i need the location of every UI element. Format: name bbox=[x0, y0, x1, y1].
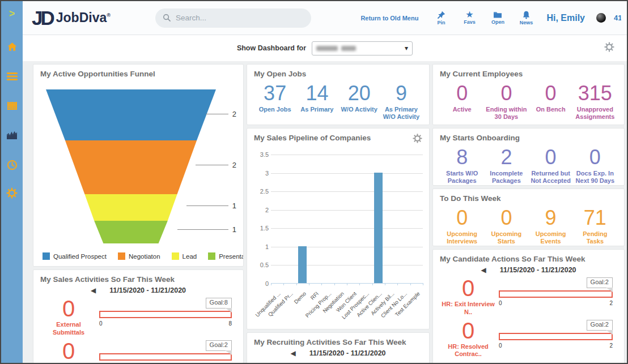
previous-week-icon[interactable]: ◀ bbox=[91, 287, 96, 294]
search-input[interactable]: Search... bbox=[155, 8, 311, 28]
panel-title: My Sales Pipeline of Companies bbox=[254, 134, 371, 142]
stat[interactable]: 37 Open Jobs bbox=[254, 83, 296, 121]
stat[interactable]: 8 Starts W/O Packages bbox=[440, 147, 484, 185]
news-label: News bbox=[520, 20, 533, 25]
registered-mark: ® bbox=[107, 12, 111, 18]
panel-starts-onboarding: My Starts Onboarding 8 Starts W/O Packag… bbox=[432, 128, 625, 186]
grid-icon[interactable] bbox=[6, 100, 18, 112]
stat-label: W/O Activity bbox=[340, 106, 379, 113]
x-axis-labels: Unqualified ...Qualified Pr...DemoRFIPri… bbox=[271, 288, 423, 322]
panel-title: My Current Employees bbox=[440, 70, 617, 78]
y-tick-label: 1 bbox=[255, 243, 269, 250]
avatar[interactable] bbox=[596, 13, 606, 23]
folder-icon bbox=[493, 11, 502, 19]
stat[interactable]: 315 Unapproved Assignments bbox=[573, 83, 617, 121]
metric-value: 0 bbox=[40, 339, 97, 363]
scale-min: 0 bbox=[99, 363, 103, 363]
date-range: 11/15/2020 - 11/21/2020 bbox=[309, 349, 386, 357]
metric-value: 0 bbox=[440, 276, 497, 300]
legend-item[interactable]: Presentation bbox=[208, 252, 244, 260]
goal-metric: 0 bbox=[40, 339, 97, 363]
stat-label: Unapproved Assignments bbox=[574, 106, 616, 121]
bar-active-clien-[interactable] bbox=[374, 173, 383, 283]
funnel-value: 1 bbox=[232, 225, 236, 234]
scale-max: 2 bbox=[609, 342, 613, 349]
legend-item[interactable]: Qualified Prospect bbox=[43, 252, 107, 260]
stat-label: Incomplete Packages bbox=[485, 170, 527, 185]
stat[interactable]: 0 Upcoming Interviews bbox=[440, 207, 484, 245]
funnel-segment-qualified-prospect[interactable] bbox=[46, 89, 216, 140]
goal-metric: 0 HR: Exit Interview N.. bbox=[440, 276, 497, 316]
y-tick-label: 2.5 bbox=[255, 188, 269, 195]
stats-row: 0 Active 0 Ending within 30 Days 0 On Be… bbox=[440, 83, 617, 121]
metric-value: 0 bbox=[40, 297, 97, 320]
stat[interactable]: 14 As Primary bbox=[296, 83, 338, 121]
home-icon[interactable] bbox=[6, 41, 18, 53]
news-button[interactable]: News bbox=[516, 11, 536, 25]
previous-week-icon[interactable]: ◀ bbox=[290, 350, 295, 357]
stats-row: 0 Upcoming Interviews 0 Upcoming Starts … bbox=[440, 207, 617, 245]
stat[interactable]: 0 On Bench bbox=[529, 83, 573, 121]
bar-demo[interactable] bbox=[298, 246, 307, 283]
chevron-down-icon: ▾ bbox=[405, 45, 408, 52]
stat-value: 20 bbox=[340, 83, 379, 104]
dashboard-user-select[interactable]: ▾ bbox=[312, 41, 413, 55]
funnel-value: 2 bbox=[232, 161, 236, 169]
stat[interactable]: 0 Returned but Not Accepted bbox=[529, 147, 573, 185]
show-dashboard-label: Show Dashboard for bbox=[237, 44, 306, 52]
y-tick-label: 3.5 bbox=[255, 151, 269, 158]
sidebar-expand-chevron-icon[interactable]: > bbox=[9, 8, 15, 20]
funnel-segment-negotiaton[interactable] bbox=[46, 140, 216, 194]
stat[interactable]: 0 Active bbox=[440, 83, 484, 121]
scale-min: 0 bbox=[499, 300, 502, 306]
dashboard-content: Show Dashboard for ▾ My Active Opportuni… bbox=[23, 35, 627, 363]
stat[interactable]: 20 W/O Activity bbox=[338, 83, 380, 121]
chart-icon[interactable] bbox=[6, 130, 18, 141]
stat[interactable]: 9 Upcoming Events bbox=[529, 207, 573, 245]
y-tick-label: 0 bbox=[255, 280, 269, 287]
previous-week-icon[interactable]: ◀ bbox=[481, 267, 486, 273]
stat[interactable]: 71 Pending Tasks bbox=[573, 207, 617, 245]
metric-value: 0 bbox=[440, 319, 497, 342]
goal-row: 0 HR: Exit Interview N.. Goal:2 0 2 bbox=[440, 276, 617, 316]
menu-icon[interactable] bbox=[6, 71, 18, 82]
legend-item[interactable]: Negotiaton bbox=[118, 252, 160, 260]
stat-label: Ending within 30 Days bbox=[485, 106, 527, 121]
gear-icon[interactable] bbox=[6, 189, 18, 200]
stat-label: Upcoming Starts bbox=[485, 230, 527, 245]
goal-gauge: Goal:2 0 2 bbox=[497, 276, 617, 316]
stat-label: Upcoming Interviews bbox=[441, 230, 483, 245]
week-navigator: ◀ 11/15/2020 - 11/21/2020 bbox=[440, 266, 617, 274]
favs-button[interactable]: ★ Favs bbox=[459, 11, 480, 25]
panel-title: My Open Jobs bbox=[254, 70, 422, 78]
gauge-scale: 0 2 bbox=[99, 363, 232, 363]
panel-open-jobs: My Open Jobs 37 Open Jobs 14 As Primary … bbox=[247, 64, 430, 125]
notification-count-badge[interactable]: 41 bbox=[614, 14, 621, 22]
goal-metric: 0 External Submittals bbox=[40, 297, 97, 337]
return-to-old-menu-link[interactable]: Return to Old Menu bbox=[360, 15, 418, 22]
stat-value: 315 bbox=[574, 83, 616, 104]
metric-label: HR: Exit Interview N.. bbox=[440, 301, 497, 316]
legend-swatch bbox=[118, 252, 125, 260]
legend-item[interactable]: Lead bbox=[172, 252, 197, 260]
panel-current-employees: My Current Employees 0 Active 0 Ending w… bbox=[432, 64, 625, 125]
funnel-tick: 2 bbox=[196, 161, 236, 169]
stat[interactable]: 0 Ending within 30 Days bbox=[484, 83, 528, 121]
stat[interactable]: 0 Upcoming Starts bbox=[484, 207, 528, 245]
dashboard-settings-gear-icon[interactable] bbox=[604, 42, 614, 54]
legend-label: Presentation bbox=[219, 253, 244, 260]
open-button[interactable]: Open bbox=[487, 11, 508, 25]
stat[interactable]: 0 Docs Exp. In Next 90 Days bbox=[573, 147, 617, 185]
jobdiva-logo[interactable]: JD JobDiva® bbox=[32, 8, 139, 28]
clock-icon[interactable] bbox=[6, 159, 18, 170]
stat[interactable]: 2 Incomplete Packages bbox=[484, 147, 528, 185]
panel-todo-this-week: To Do This Week 0 Upcoming Interviews 0 … bbox=[432, 189, 625, 246]
stat[interactable]: 9 As Primary W/O Activity bbox=[380, 83, 422, 121]
panel-settings-gear-icon[interactable] bbox=[413, 134, 422, 145]
y-tick-label: 1.5 bbox=[255, 225, 269, 232]
gauge-scale: 0 2 bbox=[499, 300, 613, 306]
stat-value: 2 bbox=[485, 147, 527, 168]
pin-button[interactable]: Pin bbox=[431, 11, 451, 25]
pin-icon bbox=[437, 11, 445, 19]
metric-label: HR: Resolved Contrac.. bbox=[440, 343, 497, 359]
